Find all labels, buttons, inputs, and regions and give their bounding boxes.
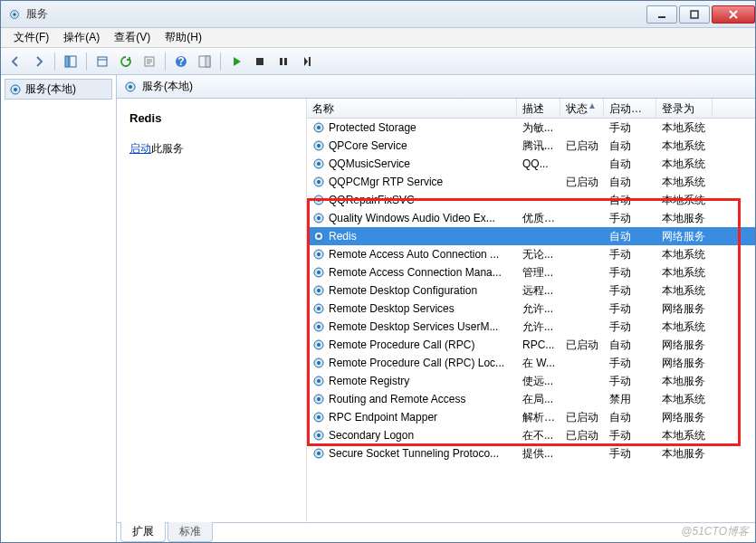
service-status	[560, 252, 604, 257]
service-row[interactable]: Remote Desktop Services UserM...允许...手动本…	[307, 318, 755, 336]
service-row[interactable]: Quality Windows Audio Video Ex...优质 ...手…	[307, 209, 755, 227]
service-name: Remote Procedure Call (RPC)	[329, 338, 474, 351]
svg-point-44	[317, 307, 321, 310]
view-tabs: 扩展 标准	[117, 522, 755, 542]
menu-view[interactable]: 查看(V)	[107, 28, 158, 47]
service-desc: 腾讯...	[517, 136, 560, 157]
tree-pane[interactable]: 服务(本地)	[1, 75, 117, 542]
pause-service-button[interactable]	[273, 51, 294, 72]
properties-button[interactable]	[91, 51, 113, 72]
svg-rect-17	[284, 58, 287, 65]
service-row[interactable]: QPCore Service腾讯...已启动自动本地系统	[307, 137, 755, 155]
titlebar[interactable]: 服务	[1, 1, 755, 28]
service-row[interactable]: Protected Storage为敏...手动本地系统	[307, 119, 755, 137]
svg-point-22	[129, 85, 132, 89]
service-status	[560, 215, 604, 221]
service-icon	[312, 320, 325, 333]
list-rows[interactable]: Protected Storage为敏...手动本地系统QPCore Servi…	[307, 119, 755, 522]
service-row[interactable]: QQPCMgr RTP Service已启动自动本地系统	[307, 173, 755, 191]
close-button[interactable]	[712, 5, 755, 24]
tree-root-label: 服务(本地)	[25, 81, 76, 97]
list-header[interactable]: 名称 ▲ 描述 状态 启动类型 登录为	[307, 99, 755, 119]
menu-help[interactable]: 帮助(H)	[158, 28, 209, 47]
service-row[interactable]: Secure Socket Tunneling Protoco...提供...手…	[307, 444, 755, 462]
col-name[interactable]: 名称	[307, 99, 517, 118]
service-name: QQMusicService	[329, 157, 410, 170]
service-status	[560, 324, 604, 329]
service-name: QQPCMgr RTP Service	[329, 176, 443, 188]
nav-fwd-button[interactable]	[28, 51, 50, 72]
svg-rect-16	[280, 58, 282, 65]
refresh-button[interactable]	[115, 51, 137, 72]
service-icon	[312, 447, 325, 460]
service-status: 已启动	[560, 425, 604, 446]
service-desc: 优质 ...	[517, 208, 560, 229]
service-status	[560, 396, 604, 402]
service-name: Remote Registry	[329, 375, 409, 387]
service-status: 已启动	[560, 172, 604, 193]
service-name: Remote Access Connection Mana...	[329, 266, 502, 279]
service-row[interactable]: RPC Endpoint Mapper解析 ...已启动自动网络服务	[307, 408, 755, 426]
service-icon	[312, 302, 325, 315]
col-desc[interactable]: 描述	[517, 99, 560, 118]
service-status	[560, 270, 604, 275]
service-name: Remote Desktop Services UserM...	[329, 320, 498, 333]
tree-root-item[interactable]: 服务(本地)	[5, 79, 112, 100]
start-service-button[interactable]	[225, 51, 247, 72]
service-icon	[312, 139, 325, 152]
service-row[interactable]: QQRepairFixSVC自动本地系统	[307, 191, 755, 209]
nav-back-button[interactable]	[5, 51, 26, 72]
stop-service-button[interactable]	[249, 51, 271, 72]
svg-point-36	[317, 234, 321, 238]
selected-service-name: Redis	[129, 111, 297, 125]
restart-service-button[interactable]	[296, 51, 318, 72]
col-status[interactable]: 状态	[560, 99, 604, 118]
service-icon	[312, 248, 325, 261]
service-row[interactable]: Routing and Remote Access在局...禁用本地系统	[307, 390, 755, 408]
service-name: RPC Endpoint Mapper	[329, 411, 437, 424]
app-icon	[8, 8, 21, 21]
minimize-button[interactable]	[646, 5, 677, 24]
tab-extended[interactable]: 扩展	[120, 522, 166, 542]
col-startup[interactable]: 启动类型	[604, 99, 656, 118]
action-pane-button[interactable]	[194, 51, 215, 72]
service-status	[560, 233, 604, 239]
svg-point-34	[317, 216, 321, 220]
service-row[interactable]: Remote Procedure Call (RPC)RPC...已启动自动网络…	[307, 336, 755, 354]
service-desc: 提供...	[517, 443, 560, 464]
service-status: 已启动	[560, 136, 604, 157]
export-button[interactable]	[139, 51, 160, 72]
service-icon	[312, 284, 325, 297]
services-window: 服务 文件(F) 操作(A) 查看(V) 帮助(H) ?	[0, 0, 756, 543]
details-panel: Redis 启动此服务	[117, 99, 307, 522]
service-startup: 手动	[604, 443, 656, 464]
tab-standard[interactable]: 标准	[167, 522, 213, 542]
service-row[interactable]: QQMusicServiceQQ...自动本地系统	[307, 155, 755, 173]
service-row[interactable]: Remote Desktop Configuration远程...手动本地系统	[307, 281, 755, 300]
service-row[interactable]: Remote Access Auto Connection ...无论...手动…	[307, 245, 755, 263]
start-service-link[interactable]: 启动	[129, 142, 151, 155]
maximize-button[interactable]	[679, 5, 710, 24]
service-name: Remote Desktop Configuration	[329, 284, 477, 297]
menu-file[interactable]: 文件(F)	[6, 28, 56, 47]
service-row[interactable]: Remote Registry使远...手动本地服务	[307, 372, 755, 390]
service-row[interactable]: Remote Procedure Call (RPC) Loc...在 W...…	[307, 354, 755, 372]
show-hide-tree-button[interactable]	[60, 51, 81, 72]
svg-rect-8	[98, 57, 107, 66]
service-icon	[312, 338, 325, 351]
svg-point-56	[317, 415, 321, 419]
service-row[interactable]: Remote Access Connection Mana...管理...手动本…	[307, 263, 755, 281]
svg-rect-6	[65, 56, 69, 67]
service-row[interactable]: Secondary Logon在不...已启动手动本地系统	[307, 426, 755, 444]
service-icon	[312, 393, 325, 405]
col-logon[interactable]: 登录为	[656, 99, 713, 118]
svg-point-52	[317, 379, 321, 383]
help-button[interactable]: ?	[170, 51, 192, 72]
svg-point-32	[317, 198, 321, 202]
service-status: 已启动	[560, 335, 604, 356]
service-row[interactable]: Remote Desktop Services允许...手动网络服务	[307, 300, 755, 318]
service-row[interactable]: Redis自动网络服务	[307, 227, 755, 245]
service-name: QQRepairFixSVC	[329, 194, 415, 206]
menu-action[interactable]: 操作(A)	[56, 28, 107, 47]
service-icon	[312, 194, 325, 206]
